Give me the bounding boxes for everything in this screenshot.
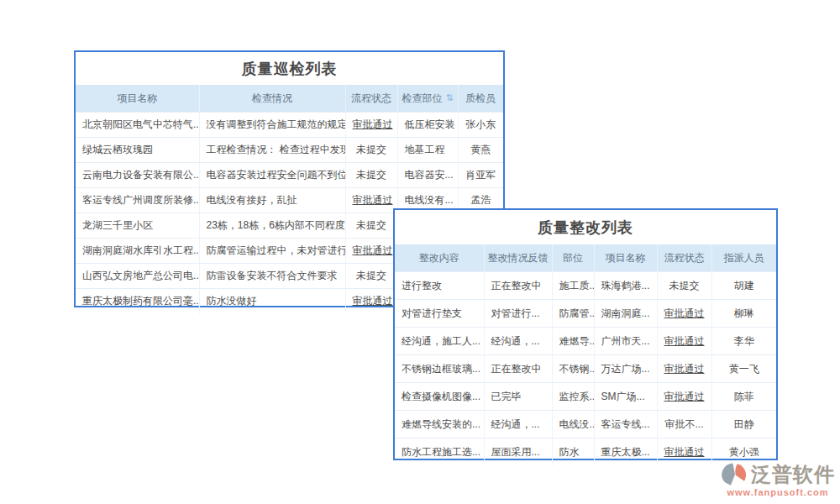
cell-inspector[interactable]: 黄燕: [458, 138, 503, 163]
column-header-status: 流程状态: [657, 244, 711, 272]
column-label: 检查情况: [252, 92, 292, 104]
table-row[interactable]: 不锈钢边框玻璃...正在整改中不锈钢...万达广场...审批通过黄一飞: [395, 355, 776, 383]
cell-project[interactable]: 湖南洞庭湖水库引水工程...: [76, 239, 199, 264]
fanpu-watermark: 泛普软件 www.fanpusoft.com: [724, 460, 832, 497]
table-row[interactable]: 对管进行垫支对管进行...防腐管...湖南洞庭...审批通过柳琳: [395, 300, 776, 328]
cell-project[interactable]: 山西弘文房地产总公司电...: [76, 264, 199, 289]
cell-feedback: 正在整改中: [484, 355, 552, 383]
cell-part: 地基工程: [397, 138, 458, 163]
column-header-assignee: 指派人员: [711, 244, 776, 272]
cell-part: 难燃导...: [552, 328, 594, 355]
table-row[interactable]: 检查摄像机图像...已完毕监控系...SM广场...审批通过陈菲: [395, 383, 776, 411]
cell-inspector[interactable]: 张小东: [458, 113, 503, 138]
cell-situation: 工程检查情况： 检查过程中发现...: [199, 138, 345, 163]
column-header-content: 整改内容: [395, 244, 484, 272]
table-row[interactable]: 北京朝阳区电气中芯特气...没有调整到符合施工规范的规定...审批通过低压柜安装…: [76, 113, 503, 138]
cell-status: 审批不...: [657, 411, 711, 438]
cell-status: 未提交: [345, 138, 397, 163]
header-row: 项目名称检查情况流程状态检查部位⇅质检员: [76, 85, 503, 113]
cell-feedback: 已完毕: [484, 383, 552, 411]
cell-project[interactable]: 万达广场...: [594, 355, 657, 383]
cell-situation: 没有调整到符合施工规范的规定...: [199, 113, 345, 138]
cell-project[interactable]: 重庆太极...: [594, 438, 657, 466]
cell-status: 审批通过: [657, 438, 711, 466]
cell-status: 审批通过: [345, 188, 397, 213]
cell-part: 防腐管...: [552, 300, 594, 328]
column-header-project: 项目名称: [594, 244, 657, 272]
cell-situation: 电线没有接好，乱扯: [199, 188, 345, 213]
cell-part: 监控系...: [552, 383, 594, 411]
cell-feedback: 经沟通，...: [484, 328, 552, 355]
column-label: 整改情况反馈: [488, 252, 549, 264]
cell-project[interactable]: 珠海鹤港...: [594, 272, 657, 300]
column-header-part[interactable]: 检查部位⇅: [397, 85, 458, 113]
column-label: 部位: [563, 252, 583, 264]
rectification-list-title: 质量整改列表: [395, 210, 776, 244]
cell-content: 进行整改: [395, 272, 484, 300]
column-label: 项目名称: [606, 252, 646, 264]
cell-content: 不锈钢边框玻璃...: [395, 355, 484, 383]
brand-name: 泛普软件: [751, 461, 835, 488]
cell-content: 对管进行垫支: [395, 300, 484, 328]
cell-project[interactable]: 绿城云栖玫瑰园: [76, 138, 199, 163]
cell-project[interactable]: 湖南洞庭...: [594, 300, 657, 328]
brand-url: www.fanpusoft.com: [727, 487, 828, 497]
cell-inspector[interactable]: 肖亚军: [458, 163, 503, 188]
cell-status: 未提交: [345, 163, 397, 188]
cell-project[interactable]: 重庆太极制药有限公司毫...: [76, 289, 199, 314]
cell-project[interactable]: 客运专线...: [594, 411, 657, 438]
cell-content: 经沟通，施工人...: [395, 328, 484, 355]
cell-part: 施工质...: [552, 272, 594, 300]
cell-status: 未提交: [657, 272, 711, 300]
cell-status: 审批通过: [657, 328, 711, 355]
table-row[interactable]: 经沟通，施工人...经沟通，...难燃导...广州市天...审批通过李华: [395, 328, 776, 355]
cell-content: 检查摄像机图像...: [395, 383, 484, 411]
cell-assignee[interactable]: 柳琳: [711, 300, 776, 328]
cell-feedback: 对管进行...: [484, 300, 552, 328]
table-row[interactable]: 绿城云栖玫瑰园工程检查情况： 检查过程中发现...未提交地基工程黄燕: [76, 138, 503, 163]
brand-row: 泛普软件: [721, 460, 835, 489]
cell-part: 电线没...: [552, 411, 594, 438]
inspection-list-title: 质量巡检列表: [76, 52, 503, 85]
cell-content: 防水工程施工选...: [395, 438, 484, 466]
table-row[interactable]: 防水工程施工选...屋面采用...防水重庆太极...审批通过黄小强: [395, 438, 776, 466]
cell-situation: 电容器安装过程安全问题不到位: [199, 163, 345, 188]
column-header-feedback: 整改情况反馈: [484, 244, 552, 272]
column-header-status: 流程状态: [345, 85, 397, 113]
cell-status: 审批通过: [345, 289, 397, 314]
table-row[interactable]: 进行整改正在整改中施工质...珠海鹤港...未提交胡建: [395, 272, 776, 300]
cell-project[interactable]: SM广场...: [594, 383, 657, 411]
cell-assignee[interactable]: 陈菲: [711, 383, 776, 411]
column-header-project: 项目名称: [76, 85, 199, 113]
cell-part: 防水: [552, 438, 594, 466]
column-label: 整改内容: [419, 252, 459, 264]
cell-status: 审批通过: [657, 300, 711, 328]
column-header-inspector: 质检员: [458, 85, 503, 113]
cell-project[interactable]: 云南电力设备安装有限公...: [76, 163, 199, 188]
cell-status: 未提交: [345, 264, 397, 289]
rectification-table: 整改内容整改情况反馈部位项目名称流程状态指派人员进行整改正在整改中施工质...珠…: [395, 244, 776, 465]
cell-situation: 防水没做好: [199, 289, 345, 314]
cell-part: 电容器安...: [397, 163, 458, 188]
cell-assignee[interactable]: 李华: [711, 328, 776, 355]
cell-feedback: 经沟通，...: [484, 411, 552, 438]
cell-project[interactable]: 广州市天...: [594, 328, 657, 355]
table-row[interactable]: 难燃导线安装的...经沟通，...电线没...客运专线...审批不...田静: [395, 411, 776, 438]
column-label: 指派人员: [724, 252, 764, 264]
cell-project[interactable]: 客运专线广州调度所装修...: [76, 188, 199, 213]
cell-project[interactable]: 龙湖三千里小区: [76, 213, 199, 239]
rectification-list-panel: 质量整改列表 整改内容整改情况反馈部位项目名称流程状态指派人员进行整改正在整改中…: [393, 208, 778, 460]
cell-project[interactable]: 北京朝阳区电气中芯特气...: [76, 113, 199, 138]
column-header-situation: 检查情况: [199, 85, 345, 113]
table-row[interactable]: 云南电力设备安装有限公...电容器安装过程安全问题不到位未提交电容器安...肖亚…: [76, 163, 503, 188]
cell-assignee[interactable]: 胡建: [711, 272, 776, 300]
sort-icon: ⇅: [445, 92, 453, 102]
cell-part: 不锈钢...: [552, 355, 594, 383]
column-label: 流程状态: [664, 252, 705, 264]
cell-status: 审批通过: [345, 113, 397, 138]
cell-assignee[interactable]: 田静: [711, 411, 776, 438]
cell-assignee[interactable]: 黄一飞: [711, 355, 776, 383]
cell-feedback: 屋面采用...: [484, 438, 552, 466]
cell-feedback: 正在整改中: [484, 272, 552, 300]
column-label: 流程状态: [351, 92, 391, 104]
